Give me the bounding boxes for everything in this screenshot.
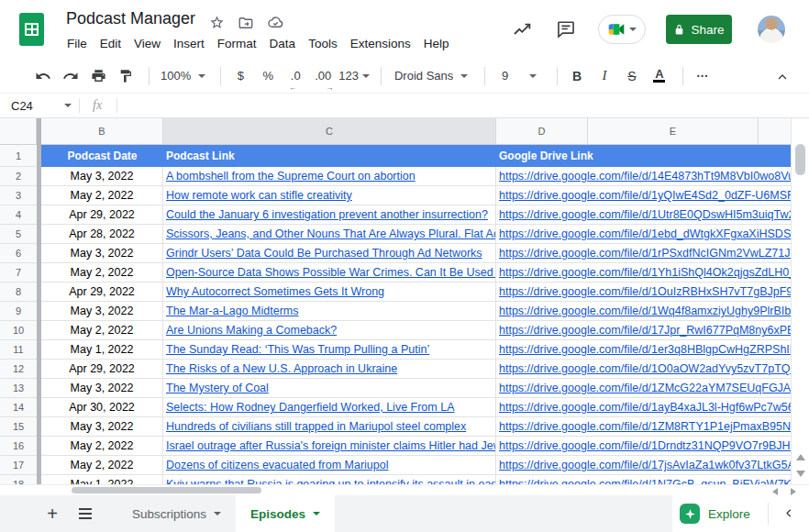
menu-file[interactable]: File bbox=[61, 34, 94, 53]
increase-decimal-button[interactable]: .00 bbox=[311, 63, 335, 89]
drive-link-cell[interactable]: https://drive.google.com/file/d/1OuIzRBH… bbox=[496, 283, 791, 301]
italic-button[interactable]: I bbox=[593, 63, 616, 89]
podcast-link-cell[interactable]: Israel outrage after Russia's foreign mi… bbox=[163, 437, 496, 455]
drive-link-cell[interactable]: https://drive.google.com/file/d/1rPSxdfN… bbox=[496, 244, 791, 262]
drive-link-cell[interactable]: https://drive.google.com/file/d/1Wq4f8am… bbox=[496, 302, 791, 320]
menu-extensions[interactable]: Extensions bbox=[344, 34, 417, 53]
drive-link-cell[interactable]: https://drive.google.com/file/d/1N7GcB_g… bbox=[496, 475, 791, 484]
podcast-date-cell[interactable]: May 2, 2022 bbox=[41, 186, 163, 205]
formula-input[interactable] bbox=[117, 94, 809, 117]
drive-hyperlink[interactable]: https://drive.google.com/file/d/1OuIzRBH… bbox=[499, 285, 791, 298]
podcast-hyperlink[interactable]: Could the January 6 investigation preven… bbox=[166, 208, 488, 221]
drive-link-cell[interactable]: https://drive.google.com/file/d/17Jpr_Rw… bbox=[496, 321, 791, 339]
collapse-toolbar-button[interactable] bbox=[770, 64, 794, 90]
podcast-date-cell[interactable]: May 2, 2022 bbox=[41, 321, 163, 339]
drive-link-cell[interactable]: https://drive.google.com/file/d/1Utr8E0Q… bbox=[496, 205, 791, 224]
redo-button[interactable] bbox=[59, 63, 83, 89]
strikethrough-button[interactable]: S bbox=[620, 63, 644, 89]
podcast-hyperlink[interactable]: Selects: How Rodney Dangerfield Worked, … bbox=[166, 401, 455, 414]
drive-link-cell[interactable]: https://drive.google.com/file/d/1yQIwE4S… bbox=[496, 186, 791, 205]
vertical-scrollbar[interactable] bbox=[791, 118, 809, 484]
row-number[interactable]: 18 bbox=[0, 475, 37, 484]
row-number[interactable]: 13 bbox=[0, 379, 37, 397]
tab-episodes[interactable]: Episodes bbox=[236, 495, 335, 532]
podcast-date-cell[interactable]: May 2, 2022 bbox=[41, 437, 163, 455]
document-title[interactable]: Podcast Manager bbox=[66, 9, 195, 28]
horizontal-scrollbar[interactable] bbox=[0, 484, 809, 495]
tab-subscriptions[interactable]: Subscriptions bbox=[117, 495, 236, 532]
scroll-up-arrow[interactable] bbox=[796, 454, 805, 460]
podcast-hyperlink[interactable]: Hundreds of civilians still trapped in M… bbox=[166, 420, 466, 433]
drive-hyperlink[interactable]: https://drive.google.com/file/d/1Utr8E0Q… bbox=[499, 208, 791, 221]
share-button[interactable]: Share bbox=[666, 15, 732, 44]
scroll-down-arrow[interactable] bbox=[796, 471, 805, 477]
row-number[interactable]: 14 bbox=[0, 398, 37, 416]
drive-link-cell[interactable]: https://drive.google.com/file/d/1Yh1iShQ… bbox=[496, 263, 791, 282]
decrease-decimal-button[interactable]: .0 bbox=[283, 63, 307, 89]
podcast-hyperlink[interactable]: The Mar-a-Lago Midterms bbox=[166, 305, 299, 317]
podcast-hyperlink[interactable]: How remote work can stifle creativity bbox=[166, 189, 352, 202]
row-number[interactable]: 4 bbox=[0, 205, 37, 224]
podcast-date-cell[interactable]: May 1, 2022 bbox=[41, 475, 163, 484]
podcast-hyperlink[interactable]: The Risks of a New U.S. Approach in Ukra… bbox=[166, 362, 397, 375]
podcast-link-cell[interactable]: Grindr Users’ Data Could Be Purchased Th… bbox=[163, 244, 496, 262]
podcast-hyperlink[interactable]: The Sunday Read: ‘This Was Trump Pulling… bbox=[166, 343, 429, 356]
add-sheet-button[interactable]: + bbox=[40, 502, 64, 526]
podcast-date-cell[interactable]: Apr 28, 2022 bbox=[41, 225, 163, 243]
scroll-right-arrow[interactable] bbox=[791, 488, 796, 495]
row-number[interactable]: 5 bbox=[0, 225, 37, 243]
comment-icon[interactable] bbox=[556, 19, 576, 39]
move-to-folder-icon[interactable] bbox=[238, 15, 254, 31]
podcast-date-cell[interactable]: May 3, 2022 bbox=[41, 417, 163, 436]
podcast-link-cell[interactable]: The Mar-a-Lago Midterms bbox=[163, 302, 496, 320]
drive-hyperlink[interactable]: https://drive.google.com/file/d/1N7GcB_g… bbox=[499, 478, 791, 484]
format-percent-button[interactable]: % bbox=[256, 63, 280, 89]
drive-hyperlink[interactable]: https://drive.google.com/file/d/1Yh1iShQ… bbox=[499, 266, 791, 279]
meet-button[interactable] bbox=[598, 15, 646, 44]
podcast-link-cell[interactable]: The Mystery of Coal bbox=[163, 379, 496, 397]
menu-view[interactable]: View bbox=[127, 34, 167, 53]
cloud-saved-icon[interactable] bbox=[267, 14, 284, 31]
all-sheets-menu-icon[interactable] bbox=[73, 502, 97, 526]
podcast-link-cell[interactable]: Why Autocorrect Sometimes Gets It Wrong bbox=[163, 283, 496, 301]
podcast-link-cell[interactable]: Scissors, Jeans, and Other Nouns That Ar… bbox=[163, 225, 496, 243]
paint-format-button[interactable] bbox=[114, 63, 138, 89]
drive-link-cell[interactable]: https://drive.google.com/file/d/1ZMcG22a… bbox=[496, 379, 791, 397]
print-button[interactable] bbox=[86, 63, 110, 89]
drive-hyperlink[interactable]: https://drive.google.com/file/d/1ayB4xaJ… bbox=[499, 401, 791, 414]
podcast-link-cell[interactable]: Are Unions Making a Comeback? bbox=[163, 321, 496, 339]
drive-link-cell[interactable]: https://drive.google.com/file/d/17jsAvIa… bbox=[496, 456, 791, 474]
drive-link-cell[interactable]: https://drive.google.com/file/d/1ZM8RTY1… bbox=[496, 417, 791, 436]
header-cell-podcast-date[interactable]: Podcast Date bbox=[41, 145, 163, 167]
drive-hyperlink[interactable]: https://drive.google.com/file/d/17jsAvIa… bbox=[499, 459, 791, 471]
row-number[interactable]: 9 bbox=[0, 302, 37, 320]
drive-hyperlink[interactable]: https://drive.google.com/file/d/1yQIwE4S… bbox=[499, 189, 791, 202]
column-header-partial[interactable] bbox=[759, 118, 791, 144]
drive-link-cell[interactable]: https://drive.google.com/file/d/1ayB4xaJ… bbox=[496, 398, 791, 416]
avatar[interactable] bbox=[758, 16, 785, 43]
toolbar-more-button[interactable]: ⋯ bbox=[691, 63, 715, 89]
drive-link-cell[interactable]: https://drive.google.com/file/d/1ebd_dWt… bbox=[496, 225, 791, 243]
podcast-hyperlink[interactable]: Kyiv warns that Russia is gearing up to … bbox=[166, 478, 496, 484]
drive-hyperlink[interactable]: https://drive.google.com/file/d/1er3q8HB… bbox=[499, 343, 791, 356]
row-number[interactable]: 2 bbox=[0, 167, 37, 185]
zoom-select[interactable]: 100% bbox=[157, 63, 209, 89]
edit-history-icon[interactable] bbox=[512, 18, 534, 40]
text-color-button[interactable]: A bbox=[648, 63, 671, 89]
name-box[interactable]: C24 bbox=[0, 99, 79, 113]
podcast-link-cell[interactable]: Open-Source Data Shows Possible War Crim… bbox=[163, 263, 496, 282]
podcast-link-cell[interactable]: A bombshell from the Supreme Court on ab… bbox=[163, 167, 496, 185]
drive-hyperlink[interactable]: https://drive.google.com/file/d/1O0aOW2a… bbox=[499, 362, 791, 375]
column-header-d[interactable]: D bbox=[496, 118, 588, 144]
format-currency-button[interactable]: $ bbox=[228, 63, 252, 89]
drive-link-cell[interactable]: https://drive.google.com/file/d/14E4873h… bbox=[496, 167, 791, 185]
drive-hyperlink[interactable]: https://drive.google.com/file/d/14E4873h… bbox=[499, 170, 791, 183]
menu-help[interactable]: Help bbox=[417, 34, 456, 53]
podcast-date-cell[interactable]: May 2, 2022 bbox=[41, 263, 163, 282]
podcast-link-cell[interactable]: Hundreds of civilians still trapped in M… bbox=[163, 417, 496, 436]
scroll-left-arrow[interactable] bbox=[772, 488, 778, 495]
row-number[interactable]: 10 bbox=[0, 321, 37, 339]
podcast-date-cell[interactable]: Apr 29, 2022 bbox=[41, 283, 163, 301]
podcast-date-cell[interactable]: May 3, 2022 bbox=[41, 379, 163, 397]
row-number[interactable]: 8 bbox=[0, 283, 37, 301]
